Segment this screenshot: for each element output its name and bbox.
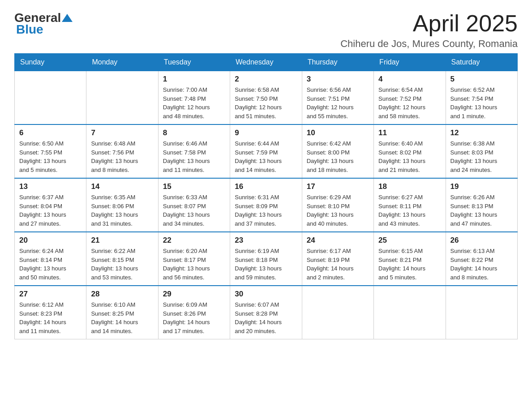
calendar-cell: 29Sunrise: 6:09 AM Sunset: 8:26 PM Dayli…: [158, 286, 230, 339]
day-info: Sunrise: 6:09 AM Sunset: 8:26 PM Dayligh…: [163, 300, 225, 335]
day-number: 17: [307, 182, 369, 191]
calendar-cell: 14Sunrise: 6:35 AM Sunset: 8:06 PM Dayli…: [86, 178, 158, 232]
day-info: Sunrise: 6:33 AM Sunset: 8:07 PM Dayligh…: [163, 193, 225, 228]
calendar-cell: [302, 286, 373, 339]
calendar-cell: 4Sunrise: 6:54 AM Sunset: 7:52 PM Daylig…: [374, 71, 446, 125]
day-number: 3: [307, 75, 369, 84]
calendar-cell: 20Sunrise: 6:24 AM Sunset: 8:14 PM Dayli…: [15, 232, 86, 286]
month-title: April 2025: [340, 11, 518, 36]
weekday-header-thursday: Thursday: [302, 54, 373, 71]
day-info: Sunrise: 6:56 AM Sunset: 7:51 PM Dayligh…: [307, 86, 369, 120]
day-info: Sunrise: 6:40 AM Sunset: 8:02 PM Dayligh…: [378, 139, 441, 174]
day-number: 6: [19, 128, 82, 137]
day-info: Sunrise: 6:07 AM Sunset: 8:28 PM Dayligh…: [235, 300, 297, 335]
weekday-header-friday: Friday: [374, 54, 446, 71]
day-number: 23: [235, 236, 297, 245]
calendar-cell: 5Sunrise: 6:52 AM Sunset: 7:54 PM Daylig…: [446, 71, 517, 125]
day-info: Sunrise: 6:24 AM Sunset: 8:14 PM Dayligh…: [19, 247, 82, 282]
day-number: 20: [19, 236, 82, 245]
calendar-cell: 30Sunrise: 6:07 AM Sunset: 8:28 PM Dayli…: [230, 286, 302, 339]
day-number: 1: [163, 75, 225, 84]
day-info: Sunrise: 6:20 AM Sunset: 8:17 PM Dayligh…: [163, 247, 225, 282]
day-number: 22: [163, 236, 225, 245]
day-number: 25: [378, 236, 441, 245]
day-number: 21: [91, 236, 153, 245]
calendar-cell: 16Sunrise: 6:31 AM Sunset: 8:09 PM Dayli…: [230, 178, 302, 232]
calendar-table: SundayMondayTuesdayWednesdayThursdayFrid…: [14, 53, 518, 339]
day-number: 12: [450, 128, 513, 137]
day-info: Sunrise: 6:22 AM Sunset: 8:15 PM Dayligh…: [91, 247, 153, 282]
day-info: Sunrise: 6:26 AM Sunset: 8:13 PM Dayligh…: [450, 193, 513, 228]
day-info: Sunrise: 6:46 AM Sunset: 7:58 PM Dayligh…: [163, 139, 225, 174]
calendar-cell: 13Sunrise: 6:37 AM Sunset: 8:04 PM Dayli…: [15, 178, 86, 232]
day-info: Sunrise: 6:44 AM Sunset: 7:59 PM Dayligh…: [235, 139, 297, 174]
calendar-cell: 22Sunrise: 6:20 AM Sunset: 8:17 PM Dayli…: [158, 232, 230, 286]
calendar-cell: 18Sunrise: 6:27 AM Sunset: 8:11 PM Dayli…: [374, 178, 446, 232]
weekday-header-wednesday: Wednesday: [230, 54, 302, 71]
day-number: 19: [450, 182, 513, 191]
calendar-cell: 11Sunrise: 6:40 AM Sunset: 8:02 PM Dayli…: [374, 124, 446, 178]
day-info: Sunrise: 6:38 AM Sunset: 8:03 PM Dayligh…: [450, 139, 513, 174]
day-info: Sunrise: 6:52 AM Sunset: 7:54 PM Dayligh…: [450, 86, 513, 120]
day-number: 11: [378, 128, 441, 137]
calendar-week-row: 6Sunrise: 6:50 AM Sunset: 7:55 PM Daylig…: [15, 124, 518, 178]
day-info: Sunrise: 6:42 AM Sunset: 8:00 PM Dayligh…: [307, 139, 369, 174]
page-header: General Blue April 2025 Chiheru de Jos, …: [14, 11, 518, 50]
logo-icon: [61, 13, 73, 23]
weekday-header-tuesday: Tuesday: [158, 54, 230, 71]
logo-blue-text: Blue: [16, 22, 43, 37]
calendar-week-row: 20Sunrise: 6:24 AM Sunset: 8:14 PM Dayli…: [15, 232, 518, 286]
day-number: 4: [378, 75, 441, 84]
calendar-cell: 1Sunrise: 7:00 AM Sunset: 7:48 PM Daylig…: [158, 71, 230, 125]
day-info: Sunrise: 6:37 AM Sunset: 8:04 PM Dayligh…: [19, 193, 82, 228]
day-info: Sunrise: 6:31 AM Sunset: 8:09 PM Dayligh…: [235, 193, 297, 228]
calendar-cell: 8Sunrise: 6:46 AM Sunset: 7:58 PM Daylig…: [158, 124, 230, 178]
calendar-cell: [374, 286, 446, 339]
day-number: 13: [19, 182, 82, 191]
weekday-header-monday: Monday: [86, 54, 158, 71]
calendar-week-row: 27Sunrise: 6:12 AM Sunset: 8:23 PM Dayli…: [15, 286, 518, 339]
weekday-header-saturday: Saturday: [446, 54, 517, 71]
day-info: Sunrise: 6:48 AM Sunset: 7:56 PM Dayligh…: [91, 139, 153, 174]
day-number: 2: [235, 75, 297, 84]
day-info: Sunrise: 6:17 AM Sunset: 8:19 PM Dayligh…: [307, 247, 369, 282]
day-number: 5: [450, 75, 513, 84]
calendar-cell: [15, 71, 86, 125]
calendar-cell: 23Sunrise: 6:19 AM Sunset: 8:18 PM Dayli…: [230, 232, 302, 286]
weekday-header-sunday: Sunday: [15, 54, 86, 71]
calendar-cell: 6Sunrise: 6:50 AM Sunset: 7:55 PM Daylig…: [15, 124, 86, 178]
day-info: Sunrise: 6:35 AM Sunset: 8:06 PM Dayligh…: [91, 193, 153, 228]
day-number: 14: [91, 182, 153, 191]
calendar-cell: 28Sunrise: 6:10 AM Sunset: 8:25 PM Dayli…: [86, 286, 158, 339]
day-info: Sunrise: 6:15 AM Sunset: 8:21 PM Dayligh…: [378, 247, 441, 282]
day-number: 10: [307, 128, 369, 137]
calendar-cell: 24Sunrise: 6:17 AM Sunset: 8:19 PM Dayli…: [302, 232, 373, 286]
day-info: Sunrise: 6:58 AM Sunset: 7:50 PM Dayligh…: [235, 86, 297, 120]
calendar-cell: 17Sunrise: 6:29 AM Sunset: 8:10 PM Dayli…: [302, 178, 373, 232]
day-info: Sunrise: 7:00 AM Sunset: 7:48 PM Dayligh…: [163, 86, 225, 120]
weekday-header-row: SundayMondayTuesdayWednesdayThursdayFrid…: [15, 54, 518, 71]
calendar-cell: 21Sunrise: 6:22 AM Sunset: 8:15 PM Dayli…: [86, 232, 158, 286]
calendar-week-row: 1Sunrise: 7:00 AM Sunset: 7:48 PM Daylig…: [15, 71, 518, 125]
logo: General Blue: [14, 11, 73, 37]
day-number: 9: [235, 128, 297, 137]
calendar-cell: 12Sunrise: 6:38 AM Sunset: 8:03 PM Dayli…: [446, 124, 517, 178]
day-info: Sunrise: 6:29 AM Sunset: 8:10 PM Dayligh…: [307, 193, 369, 228]
day-number: 18: [378, 182, 441, 191]
day-number: 8: [163, 128, 225, 137]
day-number: 26: [450, 236, 513, 245]
day-info: Sunrise: 6:10 AM Sunset: 8:25 PM Dayligh…: [91, 300, 153, 335]
calendar-cell: [86, 71, 158, 125]
calendar-cell: 10Sunrise: 6:42 AM Sunset: 8:00 PM Dayli…: [302, 124, 373, 178]
day-number: 24: [307, 236, 369, 245]
day-info: Sunrise: 6:50 AM Sunset: 7:55 PM Dayligh…: [19, 139, 82, 174]
calendar-cell: 27Sunrise: 6:12 AM Sunset: 8:23 PM Dayli…: [15, 286, 86, 339]
day-number: 29: [163, 290, 225, 299]
calendar-week-row: 13Sunrise: 6:37 AM Sunset: 8:04 PM Dayli…: [15, 178, 518, 232]
day-number: 15: [163, 182, 225, 191]
calendar-cell: [446, 286, 517, 339]
day-number: 16: [235, 182, 297, 191]
calendar-cell: 3Sunrise: 6:56 AM Sunset: 7:51 PM Daylig…: [302, 71, 373, 125]
day-info: Sunrise: 6:27 AM Sunset: 8:11 PM Dayligh…: [378, 193, 441, 228]
calendar-cell: 15Sunrise: 6:33 AM Sunset: 8:07 PM Dayli…: [158, 178, 230, 232]
